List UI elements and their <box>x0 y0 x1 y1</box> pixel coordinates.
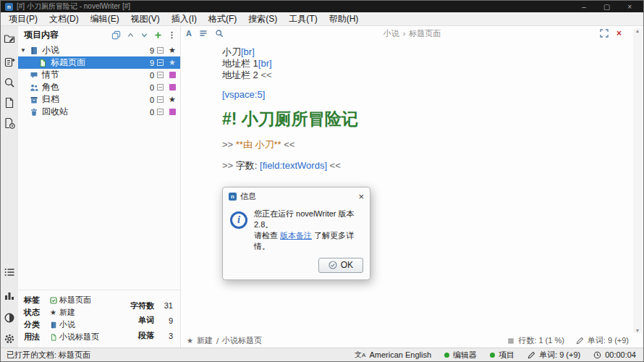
tree-row-trash[interactable]: 回收站 0 <box>18 106 180 118</box>
menu-insert[interactable]: 插入(I) <box>166 13 203 25</box>
count-value-paragraphs: 3 <box>154 332 173 340</box>
doc-align-marker: >> <box>222 160 236 171</box>
breadcrumb-root: 小说 <box>384 29 399 38</box>
pen-icon <box>576 337 584 345</box>
tree-label: 情节 <box>40 69 144 81</box>
trash-icon <box>30 108 38 117</box>
editor-scrollbar[interactable]: ▲ ▼ <box>633 28 642 333</box>
menu-tools[interactable]: 工具(T) <box>283 13 323 25</box>
dialog-title-bar[interactable]: n 信息 × <box>223 188 370 205</box>
maximize-editor-icon[interactable] <box>600 29 609 38</box>
tree-row-novel[interactable]: ▼ 小说 9 ★ <box>18 44 180 56</box>
project-panel-title: 项目内容 <box>24 29 111 41</box>
doc-align-marker: << <box>260 70 271 80</box>
project-tree-icon[interactable] <box>4 33 15 44</box>
move-down-icon[interactable] <box>140 31 148 39</box>
tree-count: 0 <box>144 71 154 80</box>
settings-gear-icon[interactable] <box>4 333 15 345</box>
menu-bar: 项目(P) 文档(D) 编辑(E) 视图(V) 插入(I) 格式(F) 搜索(S… <box>1 12 643 26</box>
maximize-button[interactable]: ▢ <box>603 3 610 11</box>
scroll-down-icon[interactable]: ▼ <box>635 328 640 333</box>
breadcrumb-separator: › <box>399 29 410 38</box>
outline-list-icon[interactable] <box>4 266 15 278</box>
scroll-up-icon[interactable]: ▲ <box>635 28 640 33</box>
importance-square-icon <box>169 109 176 115</box>
session-word-count: 单词: 9 (+9) <box>539 350 580 361</box>
panel-menu-kebab-icon[interactable] <box>168 31 176 39</box>
book-icon <box>50 321 57 329</box>
count-label-words: 单词 <box>112 315 154 326</box>
doc-tag: [br] <box>241 46 255 57</box>
dialog-title: 信息 <box>240 191 256 202</box>
document-icon[interactable] <box>4 97 15 109</box>
tree-label: 回收站 <box>40 106 144 118</box>
menu-search[interactable]: 搜索(S) <box>242 13 283 25</box>
novelwriter-window: n [#] 小刀厕所冒险记 - novelWriter [#] – ▢ × 项目… <box>0 0 644 362</box>
pen-icon <box>528 351 535 359</box>
add-item-icon[interactable] <box>154 31 162 39</box>
project-indicator[interactable]: 项目 <box>490 350 514 361</box>
status-bar: 已打开的文档: 标题页面 文A American English 编辑器 项目 … <box>1 348 643 361</box>
language-indicator[interactable]: 文A American English <box>355 350 431 359</box>
footer-word-count: 单词: 9 (+9) <box>588 335 629 346</box>
menu-project[interactable]: 项目(P) <box>3 13 43 25</box>
doc-byline: **由 小刀** <box>236 139 281 150</box>
doc-text: 地址栏 1 <box>222 58 258 69</box>
move-up-icon[interactable] <box>127 31 135 39</box>
project-indicator-label: 项目 <box>499 350 514 361</box>
close-button[interactable]: × <box>627 3 632 11</box>
ok-button[interactable]: OK <box>318 258 363 273</box>
close-document-icon[interactable] <box>4 117 15 129</box>
archive-box-icon <box>30 96 38 104</box>
quick-links-icon[interactable] <box>111 30 121 40</box>
detail-label-tag: 标签 <box>24 295 47 306</box>
doc-outline-icon[interactable] <box>199 29 208 38</box>
release-notes-link[interactable]: 版本备注 <box>280 231 312 240</box>
menu-edit[interactable]: 编辑(E) <box>85 13 125 25</box>
writing-stats-icon[interactable] <box>4 290 15 301</box>
tree-row-characters[interactable]: 角色 0 <box>18 81 180 93</box>
language-label: American English <box>369 350 431 359</box>
editor-theme-indicator[interactable]: 编辑器 <box>444 350 477 361</box>
minimize-button[interactable]: – <box>582 3 586 11</box>
expand-arrow-icon[interactable]: ▼ <box>18 47 28 54</box>
tree-row-plot[interactable]: 情节 0 <box>18 69 180 81</box>
session-timer[interactable]: 00:00:04 <box>593 350 636 359</box>
active-flag-icon <box>157 72 164 78</box>
menu-view[interactable]: 视图(V) <box>125 13 166 25</box>
menu-document[interactable]: 文档(D) <box>43 13 85 25</box>
editor-footer: ★ 新建 / 小说标题页 行数: 1 (1 %) 单词: 9 (+9) <box>181 334 632 348</box>
dialog-message-line1: 您正在运行 novelWriter 版本 2.8。 <box>254 209 355 229</box>
doc-text: 字数: <box>236 160 260 171</box>
detail-value-tag: 标题页面 <box>59 295 112 306</box>
count-value-chars: 31 <box>154 301 173 310</box>
theme-toggle-icon[interactable] <box>4 312 15 324</box>
tag-icon <box>50 297 57 304</box>
count-label-paragraphs: 段落 <box>112 330 154 341</box>
format-text-icon[interactable]: A <box>186 30 192 38</box>
dialog-message-line2: 请检查 <box>254 231 280 240</box>
active-flag-icon <box>157 47 164 54</box>
footer-status: 新建 <box>197 335 213 346</box>
dialog-close-icon[interactable]: × <box>358 192 364 201</box>
menu-format[interactable]: 格式(F) <box>203 13 242 25</box>
tree-row-archive[interactable]: 归档 0 ★ <box>18 93 180 106</box>
count-value-words: 9 <box>154 316 173 325</box>
novel-view-icon[interactable] <box>4 56 15 68</box>
breadcrumb-doc: 标题页面 <box>409 29 441 38</box>
detail-value-status: 新建 <box>59 307 112 318</box>
translate-icon: 文A <box>355 351 365 359</box>
doc-text: 小刀 <box>222 46 241 57</box>
menu-help[interactable]: 帮助(H) <box>323 13 365 25</box>
status-star-icon: ★ <box>166 58 178 67</box>
tree-label: 角色 <box>40 81 144 93</box>
project-tree: ▼ 小说 9 ★ 标题页面 9 ★ <box>18 44 180 118</box>
search-icon[interactable] <box>4 77 15 88</box>
doc-search-icon[interactable] <box>215 29 224 38</box>
doc-tag: [br] <box>258 58 272 69</box>
document-content[interactable]: 小刀[br] 地址栏 1[br] 地址栏 2 << [vspace:5] #! … <box>181 41 643 172</box>
importance-square-icon <box>169 72 176 78</box>
close-editor-icon[interactable]: × <box>617 29 622 38</box>
status-star-icon: ★ <box>187 337 193 345</box>
tree-row-title-page[interactable]: 标题页面 9 ★ <box>18 56 180 69</box>
